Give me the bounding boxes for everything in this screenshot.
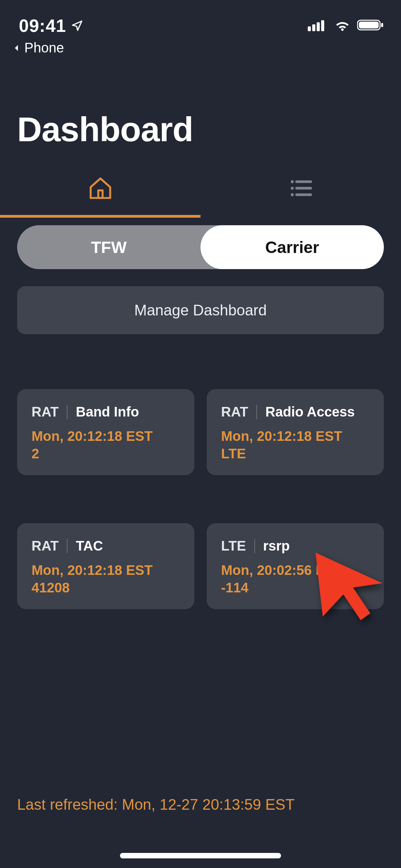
segment-tfw[interactable]: TFW <box>17 225 200 269</box>
divider <box>67 539 68 553</box>
card-title: TAC <box>76 538 103 554</box>
card-timestamp: Mon, 20:12:18 EST <box>32 429 180 444</box>
manage-dashboard-button[interactable]: Manage Dashboard <box>17 286 384 334</box>
tab-home[interactable] <box>0 163 200 218</box>
card-category: RAT <box>32 538 59 554</box>
status-bar: 09:41 Phone <box>0 0 401 48</box>
metric-card-tac[interactable]: RAT TAC Mon, 20:12:18 EST 41208 <box>17 523 194 609</box>
home-icon <box>87 175 113 203</box>
divider <box>256 405 257 419</box>
segment-carrier-label: Carrier <box>265 238 319 257</box>
svg-marker-14 <box>316 550 384 622</box>
list-icon <box>288 175 314 203</box>
manage-dashboard-label: Manage Dashboard <box>134 302 267 319</box>
view-mode-tabs <box>0 163 401 218</box>
back-app-label: Phone <box>24 40 64 56</box>
location-icon <box>71 20 83 32</box>
card-title: Band Info <box>76 404 139 420</box>
card-value: 41208 <box>32 580 180 595</box>
svg-rect-7 <box>98 190 102 198</box>
annotation-arrow-icon <box>305 540 390 625</box>
svg-rect-2 <box>317 22 320 31</box>
card-category: RAT <box>221 404 248 420</box>
svg-rect-0 <box>308 26 311 31</box>
card-value: LTE <box>221 446 369 461</box>
svg-rect-6 <box>381 23 383 27</box>
metric-card-band-info[interactable]: RAT Band Info Mon, 20:12:18 EST 2 <box>17 389 194 475</box>
svg-point-11 <box>291 180 294 183</box>
divider <box>254 539 255 553</box>
svg-rect-3 <box>321 20 324 31</box>
tab-list[interactable] <box>200 163 401 218</box>
cellular-icon <box>308 19 328 31</box>
home-indicator[interactable] <box>120 853 281 858</box>
battery-icon <box>357 19 384 31</box>
wifi-icon <box>334 19 351 31</box>
divider <box>67 405 68 419</box>
segment-tfw-label: TFW <box>91 238 127 257</box>
carrier-segmented-control: TFW Carrier <box>17 225 384 269</box>
metric-card-radio-access[interactable]: RAT Radio Access Mon, 20:12:18 EST LTE <box>207 389 384 475</box>
card-title: rsrp <box>263 538 290 554</box>
last-refreshed-label: Last refreshed: Mon, 12-27 20:13:59 EST <box>17 796 295 813</box>
card-timestamp: Mon, 20:12:18 EST <box>221 429 369 444</box>
card-title: Radio Access <box>265 404 355 420</box>
svg-rect-1 <box>312 24 315 31</box>
card-timestamp: Mon, 20:12:18 EST <box>32 563 180 578</box>
svg-point-13 <box>291 193 294 196</box>
card-category: LTE <box>221 538 246 554</box>
svg-point-12 <box>291 187 294 190</box>
status-time: 09:41 <box>19 15 66 36</box>
svg-rect-5 <box>359 22 379 28</box>
status-bar-right <box>308 15 384 31</box>
page-title: Dashboard <box>0 48 401 163</box>
card-value: 2 <box>32 446 180 461</box>
segment-carrier[interactable]: Carrier <box>200 225 384 269</box>
status-bar-left: 09:41 Phone <box>19 15 83 56</box>
card-category: RAT <box>32 404 59 420</box>
back-to-app-button[interactable]: Phone <box>13 40 83 56</box>
